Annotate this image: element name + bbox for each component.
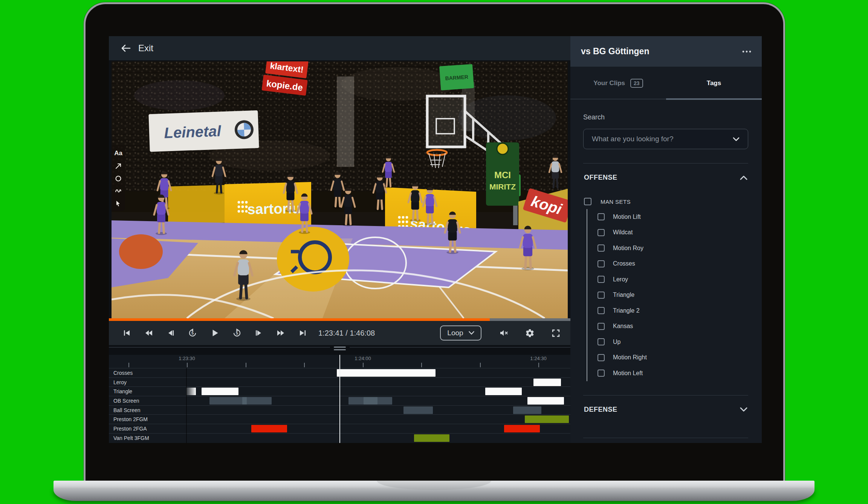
loop-select[interactable]: Loop bbox=[440, 325, 481, 341]
svg-text:Leinetal: Leinetal bbox=[164, 122, 222, 141]
tag-item-label: Up bbox=[613, 339, 620, 345]
tag-item-triangle[interactable]: Triangle bbox=[598, 287, 748, 303]
timeline-row-label: Leroy bbox=[113, 379, 127, 385]
timeline-clip-bar[interactable] bbox=[251, 425, 287, 432]
timeline-clip-bar[interactable] bbox=[186, 388, 196, 395]
tag-group-man-sets[interactable]: MAN SETS bbox=[584, 194, 748, 209]
step-forward-button[interactable] bbox=[254, 328, 263, 338]
timeline-clip-bar[interactable] bbox=[527, 397, 564, 405]
chevron-down-icon bbox=[740, 407, 747, 412]
search-input[interactable]: What are you looking for? bbox=[583, 129, 748, 149]
timeline-clip-bar[interactable] bbox=[242, 397, 247, 405]
timeline-clip-bar[interactable] bbox=[202, 388, 238, 395]
video-progress-bar[interactable] bbox=[109, 318, 570, 321]
tag-item-label: Triangle 2 bbox=[613, 307, 640, 314]
timeline-clip-bar[interactable] bbox=[364, 397, 377, 405]
replay-5-button[interactable]: 5 bbox=[188, 328, 197, 338]
tag-item-label: Leroy bbox=[613, 276, 628, 283]
video-progress-fill bbox=[109, 318, 490, 321]
ruler-time-label: 1:24:00 bbox=[355, 356, 371, 361]
timeline-row-label: Van Pelt 3FGM bbox=[113, 435, 149, 441]
tag-item-up[interactable]: Up bbox=[598, 334, 748, 350]
timeline-clip-bar[interactable] bbox=[504, 425, 540, 432]
play-button[interactable] bbox=[210, 328, 220, 338]
tag-item-label: Kansas bbox=[613, 323, 633, 330]
tag-item-kansas[interactable]: Kansas bbox=[598, 319, 748, 334]
timeline-clip-bar[interactable] bbox=[414, 434, 449, 442]
more-options-icon[interactable] bbox=[742, 50, 751, 53]
exit-button[interactable]: Exit bbox=[138, 43, 153, 53]
tab-underline-inactive bbox=[570, 99, 666, 99]
text-tool-icon[interactable]: Aa bbox=[114, 150, 122, 157]
checkbox[interactable] bbox=[598, 370, 605, 377]
circle-tool-icon[interactable] bbox=[115, 175, 122, 182]
checkbox[interactable] bbox=[598, 307, 605, 314]
video-review-app: Exit bbox=[109, 36, 762, 443]
section-defense[interactable]: DEFENSE bbox=[583, 396, 748, 424]
tag-item-label: Motion Right bbox=[613, 354, 647, 361]
timeline-marker bbox=[186, 368, 187, 443]
chevron-down-icon bbox=[733, 137, 740, 141]
section-opposing-team[interactable]: OPPOSING TEAM bbox=[583, 438, 748, 443]
tag-item-label: Wildcat bbox=[613, 229, 633, 236]
ruler-tick bbox=[421, 363, 422, 367]
freehand-tool-icon[interactable] bbox=[115, 188, 122, 194]
checkbox[interactable] bbox=[598, 354, 605, 361]
main-column: Exit bbox=[109, 36, 570, 443]
timeline-clip-bar[interactable] bbox=[403, 406, 433, 414]
fullscreen-icon[interactable] bbox=[551, 328, 561, 338]
skip-next-button[interactable] bbox=[298, 328, 307, 338]
player-controls: 5 5 1:23:41 / 1:46:08 bbox=[109, 321, 570, 345]
svg-text:5: 5 bbox=[236, 331, 238, 335]
checkbox[interactable] bbox=[598, 260, 605, 267]
pointer-tool-icon[interactable] bbox=[115, 200, 122, 207]
tab-tags[interactable]: Tags bbox=[666, 67, 762, 100]
tag-item-wildcat[interactable]: Wildcat bbox=[598, 225, 748, 241]
checkbox[interactable] bbox=[598, 338, 605, 345]
resize-handle[interactable] bbox=[330, 345, 350, 352]
checkbox[interactable] bbox=[598, 292, 605, 299]
section-offense[interactable]: OFFENSE bbox=[583, 163, 748, 192]
timeline-row-label: Preston 2FGM bbox=[113, 416, 148, 422]
video-player[interactable]: Leinetal klartext! kopie.de BARMER bbox=[112, 61, 568, 318]
checkbox[interactable] bbox=[598, 229, 605, 236]
timeline-clip-bar[interactable] bbox=[209, 397, 272, 405]
arrow-tool-icon[interactable] bbox=[115, 163, 122, 170]
timeline-clip-bar[interactable] bbox=[485, 388, 522, 395]
tag-item-motion-left[interactable]: Motion Left bbox=[598, 365, 748, 381]
tag-item-leroy[interactable]: Leroy bbox=[598, 272, 748, 287]
tag-item-crosses[interactable]: Crosses bbox=[598, 256, 748, 272]
timeline-clip-bar[interactable] bbox=[525, 415, 569, 423]
timeline-playhead[interactable] bbox=[339, 355, 340, 443]
barmer-banner: BARMER bbox=[439, 64, 474, 90]
center-circle-logo bbox=[277, 227, 349, 292]
timeline-clip-bar[interactable] bbox=[337, 369, 436, 377]
rewind-button[interactable] bbox=[144, 328, 154, 338]
checkbox[interactable] bbox=[598, 244, 605, 252]
fast-forward-button[interactable] bbox=[276, 328, 286, 338]
tag-item-motion-lift[interactable]: Motion Lift bbox=[598, 209, 748, 225]
checkbox[interactable] bbox=[598, 213, 605, 220]
back-arrow-icon[interactable] bbox=[121, 44, 131, 52]
timeline-clip-bar[interactable] bbox=[513, 406, 541, 414]
step-back-button[interactable] bbox=[166, 328, 175, 338]
settings-gear-icon[interactable] bbox=[525, 328, 535, 338]
checkbox[interactable] bbox=[598, 323, 605, 330]
mute-icon[interactable] bbox=[499, 328, 509, 338]
tag-item-triangle-2[interactable]: Triangle 2 bbox=[598, 303, 748, 319]
skip-previous-button[interactable] bbox=[122, 328, 131, 338]
forward-5-button[interactable]: 5 bbox=[232, 328, 242, 338]
tag-timeline[interactable]: 1:23:301:24:001:24:30 CrossesLeroyTriang… bbox=[109, 355, 570, 443]
search-placeholder: What are you looking for? bbox=[592, 135, 674, 143]
tag-item-label: Triangle bbox=[613, 292, 634, 298]
checkbox[interactable] bbox=[598, 276, 605, 283]
timeline-clip-bar[interactable] bbox=[533, 379, 561, 386]
tag-item-label: Motion Lift bbox=[613, 214, 641, 220]
tag-item-motion-roy[interactable]: Motion Roy bbox=[598, 240, 748, 256]
checkbox[interactable] bbox=[584, 198, 591, 205]
tag-item-motion-right[interactable]: Motion Right bbox=[598, 350, 748, 366]
sidebar-tabs: Your Clips 23 Tags bbox=[570, 67, 762, 100]
tab-your-clips[interactable]: Your Clips 23 bbox=[570, 67, 666, 100]
defense-label: DEFENSE bbox=[584, 406, 617, 414]
loop-select-label: Loop bbox=[447, 329, 463, 337]
